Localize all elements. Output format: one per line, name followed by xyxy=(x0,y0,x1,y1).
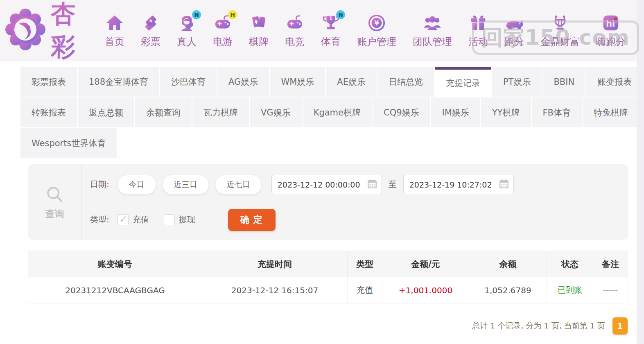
filter-main: 日期: 今日近三日近七日 2023-12-12 00:00:00 xyxy=(82,164,628,240)
records-table: 账变编号充提时间类型金额/元余额状态备注 20231212VBCAAGBGAG2… xyxy=(28,251,628,303)
brand-logo[interactable]: 杏彩 xyxy=(3,0,97,64)
cell-type: 充值 xyxy=(348,277,382,303)
checkbox-label: 充值 xyxy=(133,214,149,225)
nav-item-label: 跑分 xyxy=(504,35,524,48)
nav-item-12[interactable]: 金鼎财富 xyxy=(540,13,580,48)
confirm-button[interactable]: 确 定 xyxy=(228,209,276,231)
nav-item-label: 账户管理 xyxy=(357,35,396,48)
tab-BBIN[interactable]: BBIN xyxy=(542,67,585,97)
cell-balance: 1,052.6789 xyxy=(469,277,547,303)
tab-FB体育[interactable]: FB体育 xyxy=(532,97,582,127)
tab-彩票报表[interactable]: 彩票报表 xyxy=(20,67,77,97)
nav-item-6[interactable]: 电竞 xyxy=(285,13,305,48)
nav-item-label: 活动 xyxy=(468,35,488,48)
type-option-1: 充值 xyxy=(118,214,164,225)
cards-icon xyxy=(249,13,269,33)
harp-icon xyxy=(550,13,570,33)
calendar-icon[interactable] xyxy=(367,179,377,191)
gamepad-icon: H xyxy=(213,13,233,33)
svg-text:1: 1 xyxy=(329,16,332,21)
nav-item-label: 真人 xyxy=(177,35,197,48)
quick-date-buttons: 今日近三日近七日 xyxy=(118,175,268,195)
nav-item-11[interactable]: 跑分 xyxy=(504,13,524,48)
cell-amount: +1,001.0000 xyxy=(382,277,469,303)
date-to-input[interactable]: 2023-12-19 10:27:02 xyxy=(403,175,514,194)
tab-188金宝博体育[interactable]: 188金宝博体育 xyxy=(78,67,159,97)
svg-text:hi: hi xyxy=(606,18,615,29)
tab-充提记录[interactable]: 充提记录 xyxy=(435,67,491,97)
date-range-to-label: 至 xyxy=(389,179,397,190)
tab-转账报表[interactable]: 转账报表 xyxy=(20,97,77,127)
date-from-input[interactable]: 2023-12-12 00:00:00 xyxy=(271,175,382,194)
type-label: 类型: xyxy=(90,214,109,225)
main-content: 彩票报表188金宝博体育沙巴体育AG娱乐WM娱乐AE娱乐日结总览充提记录PT娱乐… xyxy=(0,67,644,335)
column-header-4: 金额/元 xyxy=(382,251,469,277)
scrollbar[interactable] xyxy=(637,0,644,344)
tab-PT娱乐[interactable]: PT娱乐 xyxy=(492,67,542,97)
pagination-summary: 总计 1 个记录, 分为 1 页, 当前第 1 页 xyxy=(472,321,605,331)
nav-item-label: 电游 xyxy=(213,35,233,48)
rhino-icon xyxy=(504,13,524,33)
trophy-icon: 1N xyxy=(321,13,341,33)
cell-time: 2023-12-12 16:15:07 xyxy=(202,277,348,303)
tab-WM娱乐[interactable]: WM娱乐 xyxy=(270,67,325,97)
page-1-button[interactable]: 1 xyxy=(612,317,628,335)
column-header-7: 备注 xyxy=(593,251,628,277)
tab-VG娱乐[interactable]: VG娱乐 xyxy=(250,97,302,127)
tab-瓦力棋牌[interactable]: 瓦力棋牌 xyxy=(192,97,249,127)
tab-AE娱乐[interactable]: AE娱乐 xyxy=(326,67,377,97)
report-tabs: 彩票报表188金宝博体育沙巴体育AG娱乐WM娱乐AE娱乐日结总览充提记录PT娱乐… xyxy=(20,67,633,158)
nav-item-label: 彩票 xyxy=(141,35,160,48)
nav-badge: N xyxy=(192,10,201,19)
tab-AG娱乐[interactable]: AG娱乐 xyxy=(217,67,269,97)
tab-Kgame棋牌[interactable]: Kgame棋牌 xyxy=(303,97,372,127)
nav-item-label: 金鼎财富 xyxy=(540,35,580,48)
tab-IM娱乐[interactable]: IM娱乐 xyxy=(431,97,480,127)
home-icon xyxy=(105,13,124,33)
cell-status: 已到账 xyxy=(547,277,593,303)
column-header-5: 余额 xyxy=(469,251,547,277)
quick-date-button-2[interactable]: 近三日 xyxy=(163,175,209,195)
column-header-1: 账变编号 xyxy=(28,251,202,277)
nav-item-8[interactable]: ¥ 账户管理 xyxy=(357,13,396,48)
nav-item-2[interactable]: 彩票 xyxy=(141,13,160,48)
table-row: 20231212VBCAAGBGAG2023-12-12 16:15:07充值+… xyxy=(28,277,628,303)
pagination: 总计 1 个记录, 分为 1 页, 当前第 1 页 1 xyxy=(0,317,628,335)
nav-item-10[interactable]: 活动 xyxy=(468,13,488,48)
nav-badge: H xyxy=(228,10,237,19)
nav-item-1[interactable]: 首页 xyxy=(105,13,124,48)
tab-Wesports世界体育[interactable]: Wesports世界体育 xyxy=(20,128,117,158)
tab-日结总览[interactable]: 日结总览 xyxy=(377,67,434,97)
nav-item-7[interactable]: 1N 体育 xyxy=(321,13,341,48)
tab-YY棋牌[interactable]: YY棋牌 xyxy=(481,97,531,127)
hi-app-icon: hi xyxy=(601,13,621,33)
tab-返点总额[interactable]: 返点总额 xyxy=(78,97,134,127)
nav-item-5[interactable]: 棋牌 xyxy=(249,13,269,48)
checkbox-提现[interactable] xyxy=(164,214,175,225)
date-from-value: 2023-12-12 00:00:00 xyxy=(278,180,360,189)
nav-item-label: 首页 xyxy=(105,35,124,48)
nav-item-label: 体育 xyxy=(321,35,341,48)
date-filter-row: 日期: 今日近三日近七日 2023-12-12 00:00:00 xyxy=(90,167,628,202)
nav-item-4[interactable]: H 电游 xyxy=(213,13,233,48)
date-to-value: 2023-12-19 10:27:02 xyxy=(409,180,492,189)
quick-date-button-1[interactable]: 今日 xyxy=(118,175,156,195)
nav-item-13[interactable]: hi 嗨跑分 xyxy=(596,13,626,48)
nav-item-3[interactable]: N 真人 xyxy=(177,13,197,48)
tab-沙巴体育[interactable]: 沙巴体育 xyxy=(160,67,217,97)
esports-icon xyxy=(285,13,305,33)
calendar-icon[interactable] xyxy=(499,179,509,191)
cell-remark: ----- xyxy=(593,277,628,303)
nav-item-9[interactable]: 团队管理 xyxy=(413,13,452,48)
tab-CQ9娱乐[interactable]: CQ9娱乐 xyxy=(373,97,430,127)
tab-特兔棋牌[interactable]: 特兔棋牌 xyxy=(583,97,639,127)
checkbox-充值[interactable] xyxy=(118,214,129,225)
nav-item-label: 棋牌 xyxy=(249,35,269,48)
coin-icon: ¥ xyxy=(367,13,386,33)
svg-text:¥: ¥ xyxy=(375,20,379,27)
quick-date-button-3[interactable]: 近七日 xyxy=(215,175,262,195)
nav-item-label: 嗨跑分 xyxy=(596,35,626,48)
lotus-logo-icon xyxy=(3,6,47,56)
tab-账变报表[interactable]: 账变报表 xyxy=(586,67,643,97)
tab-余额查询[interactable]: 余额查询 xyxy=(135,97,192,127)
